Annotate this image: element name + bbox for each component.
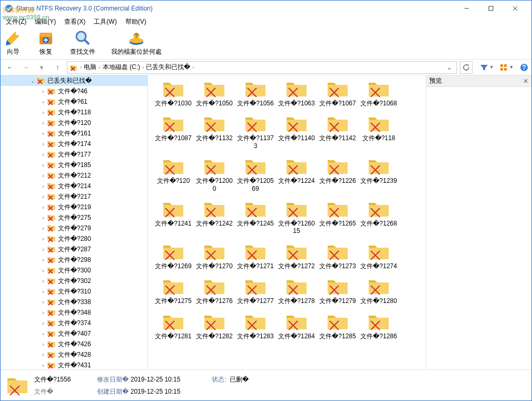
- maximize-button[interactable]: [479, 1, 503, 16]
- tree-item[interactable]: ›文件�?426: [1, 339, 147, 349]
- file-item[interactable]: 文件�?1274: [359, 241, 399, 271]
- expand-icon[interactable]: ›: [40, 289, 47, 295]
- file-item[interactable]: 文件�?1239: [359, 156, 399, 193]
- filter-button[interactable]: ▼: [480, 64, 494, 71]
- file-item[interactable]: 文件�?1273: [318, 241, 358, 271]
- file-list[interactable]: 文件�?1030文件�?1050文件�?1056文件�?1063文件�?1067…: [148, 75, 426, 369]
- refresh-button[interactable]: [460, 61, 472, 74]
- help-button[interactable]: ?: [520, 63, 528, 72]
- tree-item[interactable]: ›文件�?280: [1, 233, 147, 244]
- expand-icon[interactable]: ›: [40, 152, 47, 158]
- expand-icon[interactable]: ›: [40, 247, 47, 252]
- expand-icon[interactable]: ›: [40, 257, 47, 263]
- tree-item[interactable]: ›文件�?431: [1, 360, 147, 369]
- tree-item[interactable]: ›文件�?374: [1, 318, 147, 328]
- find-button[interactable]: 查找文件: [70, 30, 95, 56]
- file-item[interactable]: 文件�?1277: [235, 276, 275, 306]
- forward-button[interactable]: →: [19, 61, 32, 74]
- expand-icon[interactable]: ›: [40, 162, 47, 168]
- file-item[interactable]: 文件�?1279: [318, 276, 358, 306]
- back-button[interactable]: ←: [4, 61, 16, 74]
- file-item[interactable]: 文件�?1142: [318, 113, 358, 151]
- tree-item[interactable]: ›文件�?212: [1, 170, 147, 181]
- tree-item[interactable]: ›文件�?275: [1, 212, 147, 223]
- wizard-button[interactable]: 向导: [5, 30, 22, 56]
- expand-icon[interactable]: ›: [40, 226, 47, 231]
- file-item[interactable]: 文件�?1132: [194, 113, 234, 151]
- file-item[interactable]: 文件�?118: [359, 113, 399, 151]
- tree-item[interactable]: ›文件�?177: [1, 149, 147, 160]
- history-dropdown[interactable]: ▾: [35, 61, 48, 74]
- file-item[interactable]: 文件�?1030: [153, 79, 193, 108]
- breadcrumb-disk[interactable]: 本地磁盘 (C:): [103, 63, 140, 72]
- expand-icon[interactable]: ›: [40, 131, 47, 136]
- file-item[interactable]: 文件�?1140: [277, 113, 317, 151]
- folder-tree[interactable]: ⌄ 已丢失和已找� ›文件�?46›文件�?61›文件�?118›文件�?120…: [1, 75, 148, 369]
- address-dropdown[interactable]: ⌄: [445, 64, 454, 71]
- expand-icon[interactable]: ›: [40, 99, 47, 105]
- tree-item[interactable]: ›文件�?287: [1, 244, 147, 255]
- file-item[interactable]: 文件�?12000: [194, 156, 234, 193]
- tree-item[interactable]: ›文件�?174: [1, 139, 147, 149]
- file-item[interactable]: 文件�?1285: [318, 311, 358, 341]
- menu-file[interactable]: 文件(Z): [3, 16, 29, 27]
- file-item[interactable]: 文件�?126015: [277, 199, 317, 236]
- tree-item[interactable]: ›文件�?428: [1, 349, 147, 360]
- file-item[interactable]: 文件�?1286: [359, 311, 399, 341]
- expand-icon[interactable]: ›: [40, 120, 47, 126]
- file-item[interactable]: 文件�?1269: [153, 241, 193, 271]
- tree-item[interactable]: ›文件�?46: [1, 86, 147, 96]
- file-item[interactable]: 文件�?1278: [277, 276, 317, 306]
- file-item[interactable]: 文件�?1275: [153, 276, 193, 306]
- tree-root[interactable]: ⌄ 已丢失和已找�: [1, 75, 147, 86]
- expand-icon[interactable]: ›: [40, 331, 47, 337]
- minimize-button[interactable]: [455, 1, 479, 16]
- expand-icon[interactable]: ›: [40, 141, 47, 147]
- menu-edit[interactable]: 编辑(Y): [32, 16, 59, 27]
- tree-item[interactable]: ›文件�?120: [1, 118, 147, 128]
- breadcrumb-current[interactable]: 已丢失和已找�: [146, 63, 190, 72]
- file-item[interactable]: 文件�?120569: [235, 156, 275, 193]
- file-item[interactable]: 文件�?1226: [318, 156, 358, 193]
- file-item[interactable]: 文件�?1224: [277, 156, 317, 193]
- expand-icon[interactable]: ›: [40, 341, 47, 347]
- menu-tools[interactable]: 工具(W): [91, 16, 120, 27]
- file-item[interactable]: 文件�?1241: [153, 199, 193, 236]
- expand-icon[interactable]: ›: [40, 204, 47, 210]
- where-button[interactable]: ? 我的檔案位於何處: [111, 30, 162, 56]
- file-item[interactable]: 文件�?1284: [277, 311, 317, 341]
- breadcrumb-computer[interactable]: 电脑: [84, 63, 96, 72]
- recover-button[interactable]: 恢复: [37, 30, 54, 56]
- file-item[interactable]: 文件�?120: [153, 156, 193, 193]
- tree-item[interactable]: ›文件�?310: [1, 286, 147, 297]
- expand-icon[interactable]: ›: [40, 110, 47, 115]
- file-item[interactable]: 文件�?1242: [194, 199, 234, 236]
- file-item[interactable]: 文件�?1245: [235, 199, 275, 236]
- close-button[interactable]: [503, 1, 527, 16]
- tree-item[interactable]: ›文件�?185: [1, 160, 147, 170]
- file-item[interactable]: 文件�?1272: [277, 241, 317, 271]
- file-item[interactable]: 文件�?1270: [194, 241, 234, 271]
- expand-icon[interactable]: ›: [40, 352, 47, 358]
- file-item[interactable]: 文件�?1063: [277, 79, 317, 108]
- file-item[interactable]: 文件�?1087: [153, 113, 193, 151]
- expand-icon[interactable]: ›: [40, 320, 47, 326]
- file-item[interactable]: 文件�?1056: [235, 79, 275, 108]
- up-button[interactable]: ↑: [51, 61, 64, 74]
- expand-icon[interactable]: ›: [40, 89, 47, 94]
- expand-icon[interactable]: ›: [40, 183, 47, 189]
- tree-item[interactable]: ›文件�?338: [1, 297, 147, 307]
- expand-icon[interactable]: ›: [40, 363, 47, 368]
- menu-help[interactable]: 帮助(V): [122, 16, 150, 27]
- tree-item[interactable]: ›文件�?348: [1, 307, 147, 318]
- tree-item[interactable]: ›文件�?61: [1, 96, 147, 107]
- tree-item[interactable]: ›文件�?214: [1, 181, 147, 191]
- file-item[interactable]: 文件�?1282: [194, 311, 234, 341]
- file-item[interactable]: 文件�?1283: [235, 311, 275, 341]
- expand-icon[interactable]: ›: [40, 310, 47, 316]
- tree-item[interactable]: ›文件�?219: [1, 202, 147, 212]
- expand-icon[interactable]: ›: [40, 215, 47, 221]
- file-item[interactable]: 文件�?11373: [235, 113, 275, 151]
- tree-item[interactable]: ›文件�?161: [1, 128, 147, 139]
- address-bar[interactable]: › 电脑 › 本地磁盘 (C:) › 已丢失和已找� › ⌄: [67, 61, 457, 74]
